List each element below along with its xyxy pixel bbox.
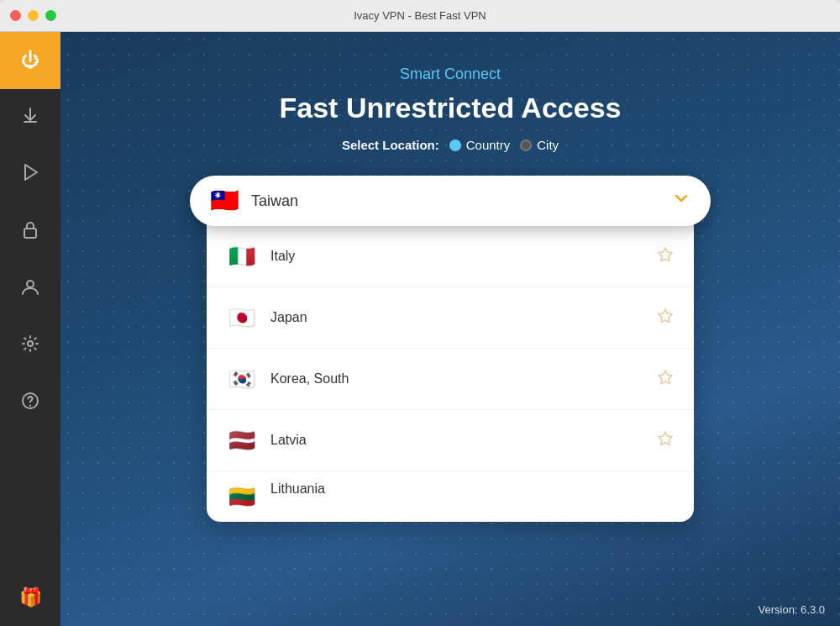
play-icon <box>22 163 39 187</box>
version-label: Version: 6.3.0 <box>759 603 826 616</box>
korea-south-star-icon[interactable] <box>657 369 674 390</box>
lithuania-name: Lithuania <box>270 481 325 497</box>
country-radio-label: Country <box>466 138 511 152</box>
gift-icon: 🎁 <box>19 587 42 608</box>
country-dropdown-wrapper: 🇹🇼 Taiwan 🇮🇹 Italy <box>190 176 711 226</box>
svg-rect-0 <box>24 229 36 238</box>
select-location-row: Select Location: Country City <box>342 138 559 152</box>
country-radio-option[interactable]: Country <box>449 138 511 152</box>
dropdown-item-korea-south[interactable]: 🇰🇷 Korea, South <box>207 349 694 410</box>
latvia-star-icon[interactable] <box>657 430 674 451</box>
close-button[interactable] <box>10 10 21 21</box>
selected-country-name: Taiwan <box>251 192 660 210</box>
sidebar-item-power[interactable]: ⏻ <box>0 32 60 89</box>
lock-icon <box>22 220 39 244</box>
italy-name: Italy <box>270 249 674 264</box>
app-container: ⏻ <box>0 32 840 626</box>
download-icon <box>21 106 39 129</box>
sidebar-item-download[interactable] <box>0 89 60 146</box>
minimize-button[interactable] <box>28 10 39 21</box>
korea-south-name: Korea, South <box>270 371 674 387</box>
main-content: Smart Connect Fast Unrestricted Access S… <box>60 32 840 626</box>
svg-point-2 <box>28 341 33 346</box>
maximize-button[interactable] <box>45 10 56 21</box>
window-title: Ivacy VPN - Best Fast VPN <box>354 9 486 22</box>
chevron-down-icon <box>672 189 690 213</box>
country-dropdown-list: 🇮🇹 Italy 🇯🇵 Japan <box>207 201 694 522</box>
title-bar: Ivacy VPN - Best Fast VPN <box>0 0 840 32</box>
italy-flag: 🇮🇹 <box>227 241 257 271</box>
city-radio-option[interactable]: City <box>520 138 559 152</box>
sidebar: ⏻ <box>0 32 60 626</box>
sidebar-item-gift[interactable]: 🎁 <box>0 569 60 626</box>
dropdown-item-japan[interactable]: 🇯🇵 Japan <box>207 287 694 349</box>
sidebar-item-settings[interactable] <box>0 318 60 375</box>
japan-star-icon[interactable] <box>657 308 674 329</box>
svg-point-1 <box>27 281 34 287</box>
latvia-name: Latvia <box>270 433 674 448</box>
dropdown-item-lithuania[interactable]: 🇱🇹 Lithuania <box>207 471 694 522</box>
japan-flag: 🇯🇵 <box>227 302 257 333</box>
sidebar-item-account[interactable] <box>0 260 60 318</box>
power-icon: ⏻ <box>21 50 39 71</box>
korea-south-flag: 🇰🇷 <box>227 364 257 394</box>
select-location-label: Select Location: <box>342 138 439 152</box>
dropdown-item-italy[interactable]: 🇮🇹 Italy <box>207 226 694 287</box>
latvia-flag: 🇱🇻 <box>227 425 257 455</box>
dropdown-item-latvia[interactable]: 🇱🇻 Latvia <box>207 410 694 471</box>
gear-icon <box>21 334 39 358</box>
sidebar-item-help[interactable] <box>0 375 60 432</box>
japan-name: Japan <box>270 310 674 325</box>
country-radio-dot <box>449 139 461 151</box>
lithuania-flag: 🇱🇹 <box>227 481 257 512</box>
user-icon <box>21 277 39 301</box>
help-icon <box>21 392 39 415</box>
sidebar-item-security[interactable] <box>0 203 60 260</box>
country-dropdown-select[interactable]: 🇹🇼 Taiwan <box>190 176 711 226</box>
italy-star-icon[interactable] <box>657 246 674 267</box>
city-radio-label: City <box>537 138 559 152</box>
window-controls <box>10 10 56 21</box>
smart-connect-label: Smart Connect <box>400 66 501 83</box>
selected-flag: 🇹🇼 <box>210 189 239 213</box>
page-title: Fast Unrestricted Access <box>280 92 622 124</box>
sidebar-bottom: 🎁 <box>0 569 60 626</box>
city-radio-dot <box>520 139 532 151</box>
sidebar-item-play[interactable] <box>0 146 60 203</box>
